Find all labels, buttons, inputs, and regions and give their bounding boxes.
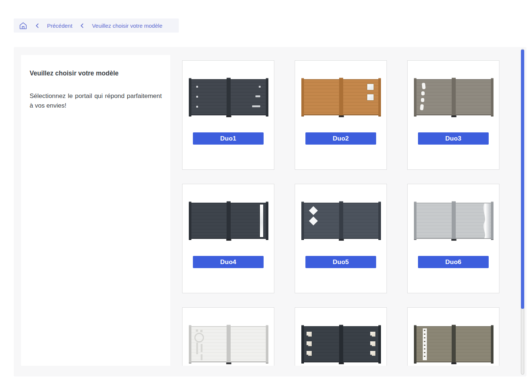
gate-post-right	[378, 78, 381, 116]
gate-post-left	[301, 78, 304, 116]
model-card[interactable]: Duo2	[295, 60, 387, 170]
gate-decoration	[309, 216, 318, 225]
gate-post-right	[491, 78, 493, 116]
gate-decoration	[370, 332, 375, 337]
model-select-button-duo6[interactable]: Duo6	[418, 256, 489, 268]
gate-decoration	[196, 342, 198, 354]
gate-preview-image	[414, 203, 493, 239]
gate-decoration	[423, 328, 427, 360]
gate-preview-image	[414, 79, 493, 115]
gate-post-left	[301, 325, 304, 364]
gate-post-center	[452, 201, 456, 240]
gate-decoration	[370, 341, 375, 346]
gate-preview-image	[189, 203, 268, 239]
gate-preview-image	[189, 79, 268, 115]
page-title: Veuillez choisir votre modèle	[30, 69, 162, 77]
gate-post-center	[227, 78, 231, 117]
gate-post-left	[414, 325, 416, 364]
scroll-viewport: Veuillez choisir votre modèle Sélectionn…	[21, 55, 508, 366]
gate-post-left	[189, 78, 191, 116]
gate-decoration	[196, 330, 198, 332]
gate-post-right	[378, 202, 381, 240]
gate-post-left	[301, 202, 304, 240]
gate-decoration	[370, 351, 375, 356]
gate-post-center	[339, 201, 343, 240]
model-select-button-duo4[interactable]: Duo4	[193, 256, 264, 268]
model-card[interactable]	[182, 307, 274, 366]
model-card[interactable]: Duo3	[407, 60, 499, 170]
gate-post-right	[266, 325, 268, 364]
model-card[interactable]: Duo5	[295, 184, 387, 293]
model-grid: Duo1 Duo2 Duo3	[182, 60, 501, 366]
gate-decoration	[196, 86, 198, 88]
gate-post-center	[339, 78, 343, 117]
gate-decoration	[201, 354, 203, 360]
chevron-left-icon	[34, 23, 40, 28]
gate-post-left	[414, 202, 416, 240]
model-card[interactable]: Duo6	[407, 184, 499, 293]
gate-post-center	[452, 78, 456, 117]
gate-post-right	[266, 78, 268, 116]
gate-decoration	[194, 333, 204, 342]
chevron-left-icon	[79, 23, 85, 28]
gate-post-right	[266, 202, 268, 240]
gate-decoration	[252, 105, 260, 107]
gate-decoration	[196, 106, 198, 108]
model-card[interactable]	[407, 307, 499, 366]
model-card[interactable]: Duo1	[182, 60, 274, 170]
scrollbar-thumb[interactable]	[521, 50, 524, 309]
breadcrumb: Précédent Veuillez choisir votre modèle	[14, 18, 179, 33]
gate-decoration	[367, 84, 374, 90]
model-select-button-duo1[interactable]: Duo1	[193, 132, 264, 145]
gate-decoration	[196, 96, 198, 98]
gate-post-right	[491, 202, 493, 240]
gate-post-right	[491, 325, 493, 364]
breadcrumb-current-page: Veuillez choisir votre modèle	[92, 23, 162, 29]
gate-decoration	[421, 91, 425, 95]
gate-preview-image	[301, 326, 381, 362]
intro-panel: Veuillez choisir votre modèle Sélectionn…	[21, 55, 170, 366]
model-card[interactable]	[295, 307, 387, 366]
vertical-scrollbar[interactable]	[521, 49, 524, 375]
gate-decoration	[307, 332, 312, 337]
gate-decoration	[201, 344, 203, 352]
gate-preview-image	[301, 203, 381, 239]
gate-decoration	[422, 83, 426, 89]
gate-preview-image	[301, 79, 381, 115]
gate-preview-image	[189, 326, 268, 362]
gate-post-left	[414, 78, 416, 116]
model-card[interactable]: Duo4	[182, 184, 274, 293]
gate-post-left	[189, 325, 191, 364]
gate-decoration	[307, 351, 312, 356]
gate-post-center	[339, 325, 343, 364]
gate-decoration	[367, 94, 374, 101]
model-select-button-duo5[interactable]: Duo5	[305, 256, 376, 268]
gate-decoration	[420, 104, 424, 111]
gate-post-left	[189, 202, 191, 240]
breadcrumb-back-link[interactable]: Précédent	[47, 23, 72, 29]
gate-post-right	[378, 325, 381, 364]
model-chooser-panel: Veuillez choisir votre modèle Sélectionn…	[14, 47, 526, 376]
gate-post-center	[227, 325, 231, 364]
gate-decoration	[480, 203, 490, 238]
model-select-button-duo2[interactable]: Duo2	[305, 132, 376, 145]
gate-decoration	[260, 205, 263, 237]
gate-decoration	[259, 86, 261, 88]
gate-post-center	[452, 325, 456, 364]
gate-decoration	[307, 341, 312, 346]
model-select-button-duo3[interactable]: Duo3	[418, 132, 489, 145]
gate-decoration	[421, 98, 424, 102]
home-icon[interactable]	[19, 21, 27, 30]
gate-decoration	[200, 330, 203, 332]
gate-post-center	[227, 201, 231, 240]
gate-preview-image	[414, 326, 493, 362]
gate-decoration	[255, 95, 260, 97]
gate-decoration	[309, 206, 318, 215]
page-description: Sélectionnez le portail qui répond parfa…	[30, 91, 162, 111]
